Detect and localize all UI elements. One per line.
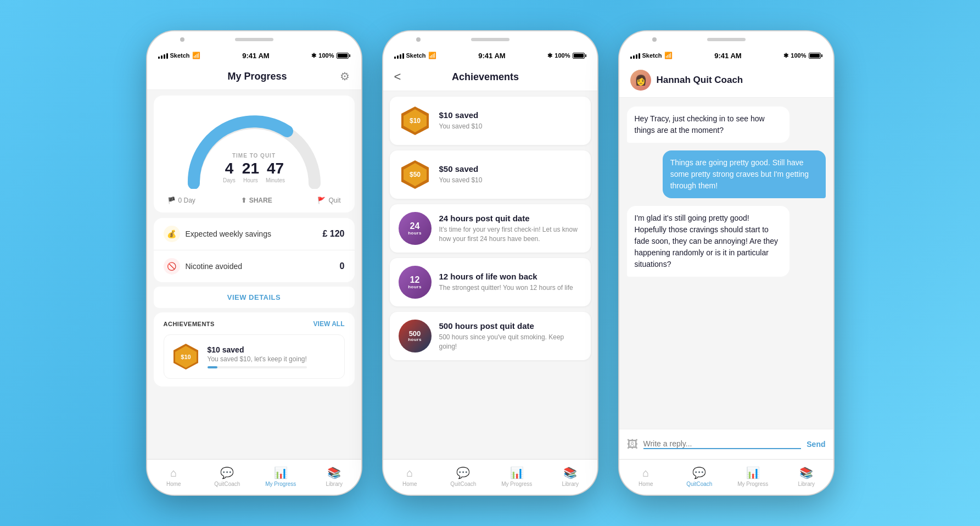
list-item: 500 hours 500 hours post quit date 500 h… <box>390 312 591 360</box>
achievement-list-info-5: 500 hours post quit date 500 hours since… <box>439 321 582 351</box>
home-icon-3: ⌂ <box>642 467 649 479</box>
quit-label: Quit <box>328 197 340 204</box>
gauge-minutes-group: 47 Minutes <box>266 161 285 183</box>
share-btn[interactable]: ⬆ SHARE <box>241 197 272 204</box>
phone-progress: Sketch 📶 9:41 AM ✱ 100% My Progress ⚙ <box>147 31 361 495</box>
gauge-numbers: 4 Days 21 Hours 47 Minutes <box>223 161 285 183</box>
status-time-2: 9:41 AM <box>478 52 505 60</box>
chat-input-bar: 🖼 Send <box>619 429 833 459</box>
message-1: Hey Tracy, just checking in to see how t… <box>627 107 790 143</box>
coach-name: Hannah Quit Coach <box>657 75 743 86</box>
chat-messages: Hey Tracy, just checking in to see how t… <box>619 98 833 429</box>
nicotine-label: Nicotine avoided <box>186 262 243 271</box>
tab-library-3[interactable]: 📚 Library <box>780 466 833 487</box>
coach-avatar: 👩 <box>630 70 651 91</box>
carrier-name: Sketch <box>170 52 190 59</box>
phone-notch-3 <box>619 31 833 48</box>
tab-bar-3: ⌂ Home 💬 QuitCoach 📊 My Progress 📚 Libra… <box>619 459 833 495</box>
achievement-list-title-3: 24 hours post quit date <box>439 214 582 223</box>
message-text-1: Hey Tracy, just checking in to see how t… <box>635 114 765 135</box>
tab-quitcoach-label: QuitCoach <box>214 481 240 487</box>
tab-quitcoach-3[interactable]: 💬 QuitCoach <box>673 466 726 487</box>
achievement-card: $10 $10 saved You saved $10, let's keep … <box>164 334 345 379</box>
quit-icon: 🚩 <box>317 197 326 204</box>
gauge-days-group: 4 Days <box>223 161 236 183</box>
badge-500h: 500 hours <box>399 320 432 352</box>
gauge-day-btn[interactable]: 🏴 0 Day <box>167 197 195 204</box>
tab-progress[interactable]: 📊 My Progress <box>254 466 308 487</box>
tab-library[interactable]: 📚 Library <box>307 466 361 487</box>
gauge-hours: 21 <box>242 161 259 176</box>
tab-home-2[interactable]: ⌂ Home <box>383 467 437 487</box>
chat-input-underline <box>643 439 802 449</box>
savings-icon: 💰 <box>164 226 180 242</box>
status-time-3: 9:41 AM <box>714 52 741 60</box>
tab-home-label: Home <box>166 481 181 487</box>
achievement-list-title-4: 12 hours of life won back <box>439 272 573 281</box>
hex-badge-svg: $10 <box>171 342 201 372</box>
signal-icon <box>158 52 168 59</box>
tab-library-label-3: Library <box>798 481 815 487</box>
gauge-days: 4 <box>223 161 236 176</box>
quitcoach-icon: 💬 <box>220 466 234 479</box>
tab-progress-3[interactable]: 📊 My Progress <box>726 466 780 487</box>
tab-bar-2: ⌂ Home 💬 QuitCoach 📊 My Progress 📚 Libra… <box>383 459 597 495</box>
tab-library-2[interactable]: 📚 Library <box>544 466 597 487</box>
savings-value: £ 120 <box>322 229 344 239</box>
camera-dot-3 <box>652 37 657 42</box>
list-item: 24 hours 24 hours post quit date It's ti… <box>390 204 591 253</box>
achievements-section: ACHIEVEMENTS VIEW ALL $10 $10 saved You … <box>154 312 355 387</box>
signal-icon-2 <box>394 52 404 59</box>
view-all-btn[interactable]: VIEW ALL <box>313 320 345 328</box>
library-icon: 📚 <box>327 466 341 479</box>
send-button[interactable]: Send <box>807 440 825 449</box>
phone-notch-2 <box>383 31 597 48</box>
quit-btn[interactable]: 🚩 Quit <box>317 197 340 204</box>
achievement-list-desc-3: It's time for your very first check-in! … <box>439 225 582 244</box>
tab-quitcoach-label-3: QuitCoach <box>686 481 712 487</box>
achievements-list: $10 $10 saved You saved $10 $50 <box>383 91 597 366</box>
settings-icon[interactable]: ⚙ <box>340 70 350 83</box>
tab-home-label-3: Home <box>639 481 653 487</box>
savings-label: Expected weekly savings <box>186 230 271 238</box>
progress-icon-3: 📊 <box>746 466 760 479</box>
tab-quitcoach-2[interactable]: 💬 QuitCoach <box>436 466 490 487</box>
share-icon: ⬆ <box>241 197 247 204</box>
list-item: 12 hours 12 hours of life won back The s… <box>390 258 591 306</box>
achievement-info: $10 saved You saved $10, let's keep it g… <box>208 345 307 368</box>
tab-progress-2[interactable]: 📊 My Progress <box>490 466 544 487</box>
status-time: 9:41 AM <box>242 52 269 60</box>
page-title: My Progress <box>227 71 287 82</box>
tab-bar: ⌂ Home 💬 QuitCoach 📊 My Progress 📚 Libra… <box>147 459 361 495</box>
achievement-desc: You saved $10, let's keep it going! <box>208 355 307 363</box>
view-details-btn[interactable]: VIEW DETAILS <box>154 287 355 308</box>
chat-input[interactable] <box>643 439 802 448</box>
tab-home-3[interactable]: ⌂ Home <box>619 467 673 487</box>
speaker <box>235 38 273 41</box>
back-button[interactable]: < <box>394 70 401 84</box>
screen-content: TIME TO QUIT 4 Days 21 Hours 47 Minutes <box>147 90 361 459</box>
phone-achievements: Sketch 📶 9:41 AM ✱ 100% < Achievements <box>383 31 597 495</box>
quitcoach-icon-2: 💬 <box>456 466 470 479</box>
quitcoach-icon-3: 💬 <box>692 466 706 479</box>
battery-icon <box>337 53 350 59</box>
achievement-title: $10 saved <box>208 345 307 354</box>
tab-home[interactable]: ⌂ Home <box>147 467 201 487</box>
wifi-icon-2: 📶 <box>428 52 436 59</box>
tab-quitcoach[interactable]: 💬 QuitCoach <box>200 466 254 487</box>
svg-text:$50: $50 <box>409 171 420 178</box>
image-icon[interactable]: 🖼 <box>627 438 638 451</box>
tab-home-label-2: Home <box>402 481 417 487</box>
message-2: Things are going pretty good. Still have… <box>663 150 826 198</box>
gauge-center: TIME TO QUIT 4 Days 21 Hours 47 Minutes <box>223 153 285 183</box>
status-bar-3: Sketch 📶 9:41 AM ✱ 100% <box>619 48 833 63</box>
carrier-2: Sketch <box>406 52 426 59</box>
badge-12h: 12 hours <box>399 266 432 299</box>
achievement-list-info-2: $50 saved You saved $10 <box>439 164 483 185</box>
speaker-2 <box>471 38 509 41</box>
achievements-title: ACHIEVEMENTS <box>164 321 215 327</box>
tab-library-label-2: Library <box>562 481 579 487</box>
signal-icon-3 <box>630 52 640 59</box>
status-bar-2: Sketch 📶 9:41 AM ✱ 100% <box>383 48 597 63</box>
gauge-hours-label: Hours <box>242 177 259 183</box>
